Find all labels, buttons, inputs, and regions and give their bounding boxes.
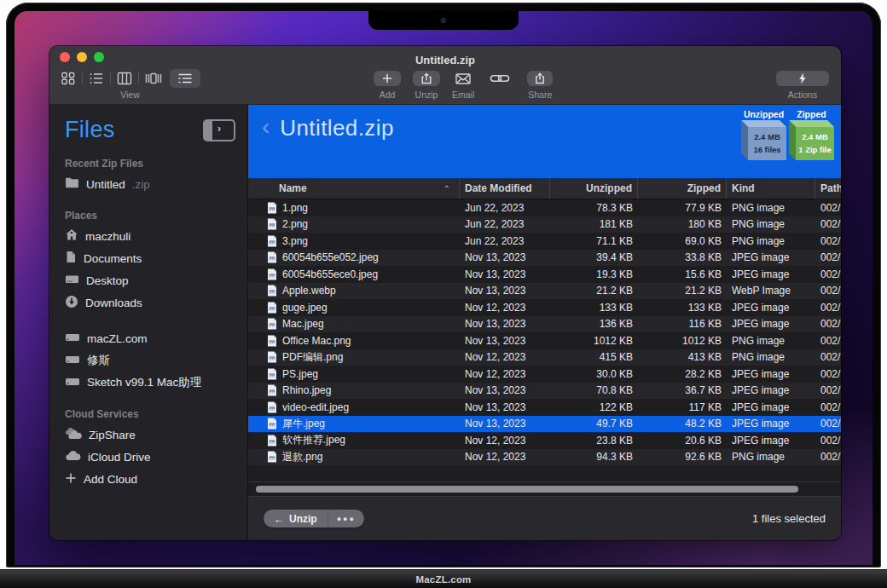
archive-header: ‹ Untitled.zip Unzipped 2.4 MB 16 [248, 105, 841, 178]
cell-path: 002/ [815, 418, 841, 429]
zoom-button[interactable] [94, 52, 104, 62]
unzip-options-button[interactable]: ●●● [328, 510, 364, 527]
share-button[interactable]: Share [527, 68, 553, 100]
cell-zipped: 413 KB [638, 351, 727, 363]
clouds-icon [65, 428, 82, 442]
cell-path: 002/ [815, 368, 841, 380]
sidebar-item-desktop[interactable]: Desktop [65, 269, 235, 291]
unzipped-badge-label: Unzipped [744, 109, 784, 119]
cell-name: Office Mac.png [248, 335, 460, 347]
table-row[interactable]: 2.pngJun 22, 2023181 KB180 KBPNG image00… [248, 216, 841, 233]
table-row[interactable]: PDF编辑.pngNov 12, 2023415 KB413 KBPNG ima… [248, 349, 841, 366]
table-row[interactable]: Rhino.jpegNov 13, 202370.8 KB36.7 KBJPEG… [248, 383, 841, 400]
unzip-button[interactable]: Unzip [413, 68, 440, 100]
sidebar-item-sketch-v99-1-mac-[interactable]: Sketch v99.1 Mac助理 [65, 372, 235, 394]
email-button[interactable]: Email [452, 68, 474, 100]
table-row[interactable]: Apple.webpNov 13, 202321.2 KB21.2 KBWebP… [248, 283, 841, 300]
column-header-path[interactable]: Path [815, 178, 841, 199]
outline-view-icon[interactable] [170, 69, 200, 88]
table-row[interactable]: 软件推荐.jpegNov 12, 202323.8 KB20.6 KBJPEG … [248, 432, 841, 449]
cell-date: Nov 13, 2023 [460, 418, 550, 429]
cell-kind: JPEG image [727, 418, 815, 429]
screen-wallpaper: Untitled.zip [14, 11, 873, 565]
file-icon [267, 235, 277, 247]
titlebar: Untitled.zip [49, 46, 841, 68]
cell-path: 002/ [815, 268, 841, 280]
column-header-unzipped[interactable]: Unzipped [550, 178, 638, 199]
size-badge: Unzipped 2.4 MB 16 files [741, 109, 834, 160]
cell-kind: PNG image [727, 451, 815, 463]
sidebar-item-zipshare[interactable]: ZipShare [65, 424, 235, 446]
sidebar-item--[interactable]: 修斯 [65, 349, 235, 372]
sidebar-item-maczhuli[interactable]: maczhuli [65, 225, 235, 247]
link-button[interactable] [490, 68, 510, 89]
table-row[interactable]: Office Mac.pngNov 13, 20231012 KB1012 KB… [248, 332, 841, 349]
cell-date: Nov 13, 2023 [460, 251, 550, 263]
sidebar-item-icloud-drive[interactable]: iCloud Drive [65, 446, 235, 468]
table-row[interactable]: Mac.jpegNov 13, 2023136 KB116 KBJPEG ima… [248, 316, 841, 333]
sidebar-item-untitled[interactable]: Untitled.zip [65, 173, 235, 195]
table-row[interactable]: guge.jpegNov 12, 2023133 KB133 KBJPEG im… [248, 299, 841, 316]
cell-kind: JPEG image [727, 302, 815, 314]
table-row[interactable]: 60054b655e052.jpegNov 13, 202339.4 KB33.… [248, 250, 841, 267]
table-row[interactable]: 1.pngJun 22, 202378.3 KB77.9 KBPNG image… [248, 199, 841, 216]
file-icon [267, 202, 277, 214]
file-icon [267, 368, 277, 380]
minimize-button[interactable] [77, 52, 87, 62]
cell-date: Nov 13, 2023 [460, 318, 550, 330]
home-icon [65, 228, 78, 244]
main-pane: ‹ Untitled.zip Unzipped 2.4 MB 16 [248, 105, 841, 540]
column-header-kind[interactable]: Kind [727, 178, 815, 199]
back-chevron-icon[interactable]: ‹ [262, 115, 270, 141]
cell-zipped: 48.2 KB [638, 418, 727, 429]
sidebar-item-documents[interactable]: Documents [65, 247, 235, 269]
grid-view-icon[interactable] [60, 71, 77, 86]
table-row[interactable]: 退款.pngNov 12, 202394.3 KB92.6 KBPNG imag… [248, 449, 841, 466]
sidebar-item-maczl-com[interactable]: macZL.com [65, 327, 235, 349]
brand-text: MacZL.com [415, 574, 471, 585]
cell-date: Nov 12, 2023 [460, 435, 550, 447]
add-button[interactable]: Add [374, 68, 401, 100]
cell-name: PDF编辑.png [248, 350, 460, 365]
table-row[interactable]: PS.jpegNov 12, 202330.0 KB28.2 KBJPEG im… [248, 366, 841, 383]
actions-button[interactable]: Actions [776, 68, 829, 100]
view-segmented-control: View [60, 68, 200, 100]
cell-unzipped: 1012 KB [550, 335, 638, 347]
column-header-name[interactable]: Name ⌃ [248, 178, 460, 199]
cell-date: Nov 12, 2023 [460, 351, 550, 363]
column-header-zipped[interactable]: Zipped [638, 178, 727, 199]
desktop-icon [65, 274, 79, 288]
file-icon [267, 302, 277, 314]
cell-path: 002/ [815, 435, 841, 447]
cell-path: 002/ [815, 401, 841, 413]
close-button[interactable] [60, 52, 70, 62]
cell-date: Nov 13, 2023 [460, 384, 550, 396]
unzip-action-button[interactable]: ← Unzip ●●● [264, 510, 364, 527]
sidebar-item-label: maczhuli [85, 230, 130, 243]
window-chrome: Untitled.zip [49, 46, 841, 105]
sort-ascending-icon: ⌃ [444, 184, 454, 193]
table-row[interactable]: video-edit.jpegNov 13, 2023122 KB117 KBJ… [248, 399, 841, 416]
camera-icon [441, 18, 446, 23]
column-view-icon[interactable] [116, 71, 133, 86]
sidebar-item-downloads[interactable]: Downloads [65, 291, 235, 314]
cell-date: Nov 12, 2023 [460, 451, 550, 463]
cell-date: Nov 12, 2023 [460, 302, 550, 314]
table-row[interactable]: 3.pngJun 22, 202371.1 KB69.0 KBPNG image… [248, 233, 841, 250]
column-header-date[interactable]: Date Modified [460, 178, 550, 199]
cell-name: guge.jpeg [248, 302, 460, 314]
cell-zipped: 20.6 KB [638, 435, 727, 447]
scrollbar-thumb[interactable] [256, 486, 798, 493]
sidebar-item-add-cloud[interactable]: Add Cloud [65, 468, 235, 490]
gallery-view-icon[interactable] [144, 71, 163, 86]
file-icon [267, 285, 277, 297]
panel-toggle-icon[interactable]: › [203, 119, 235, 141]
cell-name: 3.png [248, 235, 460, 247]
list-view-icon[interactable] [88, 71, 105, 86]
table-row[interactable]: 犀牛.jpegNov 13, 202349.7 KB48.2 KBJPEG im… [248, 416, 841, 433]
cell-name: PS.jpeg [248, 368, 460, 380]
sidebar-item-label: Add Cloud [84, 473, 137, 486]
table-row[interactable]: 60054b655ece0.jpegNov 13, 202319.3 KB15.… [248, 266, 841, 283]
cell-zipped: 28.2 KB [638, 368, 727, 380]
traffic-lights [60, 52, 104, 62]
